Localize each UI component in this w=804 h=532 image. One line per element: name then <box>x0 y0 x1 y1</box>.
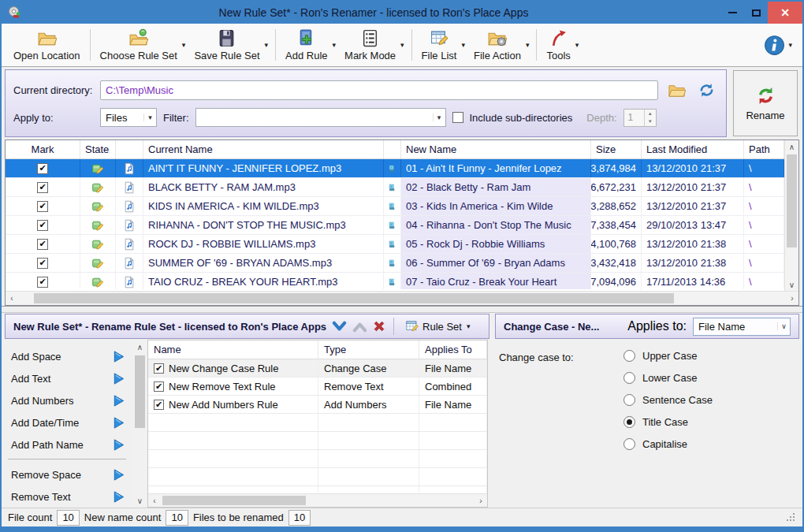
info-button[interactable]: ▾ <box>764 35 796 56</box>
filter-select[interactable]: ▾ <box>195 108 446 127</box>
scroll-down-icon[interactable]: ∨ <box>132 495 147 506</box>
mark-checkbox[interactable]: ✔ <box>37 277 48 288</box>
rule-row[interactable]: ✔New Change Case RuleChange CaseFile Nam… <box>148 359 487 378</box>
radio-button[interactable] <box>623 416 635 428</box>
scroll-left-icon[interactable]: ‹ <box>6 292 18 305</box>
radio-button[interactable] <box>623 394 635 406</box>
mark-checkbox[interactable]: ✔ <box>37 239 48 250</box>
apply-to-select[interactable]: Files ▾ <box>100 108 157 127</box>
toolbar-save-rule-set-button[interactable]: Save Rule Set▾ <box>188 26 271 64</box>
play-icon[interactable] <box>112 372 125 385</box>
column-header-icon[interactable] <box>116 140 143 158</box>
chevron-down-icon[interactable]: ▾ <box>333 41 337 49</box>
radio-option-sentence-case[interactable]: Sentence Case <box>623 394 713 406</box>
refresh-button[interactable] <box>694 80 718 101</box>
mark-checkbox[interactable]: ✔ <box>37 201 48 212</box>
rules-column-header-applies-to[interactable]: Applies To <box>419 340 487 359</box>
file-row[interactable]: ✔ROCK DJ - ROBBIE WILLIAMS.mp305 - Rock … <box>6 235 798 254</box>
chevron-down-icon[interactable] <box>332 321 347 333</box>
sidebar-item-add-space[interactable]: Add Space <box>5 345 132 367</box>
rule-enabled-checkbox[interactable]: ✔ <box>154 381 164 392</box>
scroll-up-icon[interactable]: ∧ <box>785 140 798 153</box>
column-header-path[interactable]: Path <box>744 140 784 158</box>
play-icon[interactable] <box>112 490 125 504</box>
rename-button[interactable]: Rename <box>733 70 798 136</box>
scroll-up-icon[interactable]: ∧ <box>132 341 147 352</box>
chevron-down-icon[interactable]: ▾ <box>575 41 579 49</box>
toolbar-tools-button[interactable]: Tools▾ <box>541 26 582 64</box>
toolbar-mark-mode-button[interactable]: Mark Mode▾ <box>339 26 408 64</box>
radio-option-title-case[interactable]: Title Case <box>623 416 713 428</box>
minimize-button[interactable] <box>720 4 744 21</box>
scroll-left-icon[interactable]: ‹ <box>148 494 161 507</box>
column-header-size[interactable]: Size <box>591 140 642 158</box>
toolbar-file-action-button[interactable]: File Action▾ <box>468 26 533 64</box>
radio-option-lower-case[interactable]: Lower Case <box>623 372 713 384</box>
horizontal-scroll-thumb[interactable] <box>162 496 306 505</box>
column-header-current-name[interactable]: Current Name <box>143 140 384 158</box>
sidebar-item-add-numbers[interactable]: Add Numbers <box>5 389 132 411</box>
column-header-new-name[interactable]: New Name <box>401 140 591 158</box>
mark-checkbox[interactable]: ✔ <box>37 182 48 193</box>
depth-spin-buttons[interactable]: ▲ ▼ <box>644 110 656 126</box>
rule-enabled-checkbox[interactable]: ✔ <box>154 400 164 410</box>
file-row[interactable]: ✔RIHANNA - DON'T STOP THE MUSIC.mp304 - … <box>6 216 798 235</box>
file-row[interactable]: ✔TAIO CRUZ - BREAK YOUR HEART.mp307 - Ta… <box>6 273 798 289</box>
rule-row[interactable]: ✔New Add Numbers RuleAdd NumbersFile Nam… <box>148 396 487 414</box>
chevron-down-icon[interactable]: ▾ <box>526 41 530 49</box>
depth-spinner[interactable]: 1 ▲ ▼ <box>623 109 657 127</box>
sidebar-scroll-thumb[interactable] <box>135 355 145 428</box>
radio-button[interactable] <box>623 372 635 384</box>
scroll-down-icon[interactable]: ∨ <box>785 278 798 291</box>
sidebar-item-add-date-time[interactable]: Add Date/Time <box>5 411 132 433</box>
rule-row[interactable]: ✔New Remove Text RuleRemove TextCombined <box>148 378 487 396</box>
current-directory-input[interactable] <box>100 80 658 100</box>
applies-to-select[interactable]: File Name ∨ <box>693 318 791 336</box>
chevron-down-icon[interactable]: ▾ <box>400 41 404 49</box>
play-icon[interactable] <box>112 416 125 430</box>
splitter[interactable] <box>2 306 802 313</box>
column-header-last-modified[interactable]: Last Modified <box>642 140 744 158</box>
toolbar-choose-rule-set-button[interactable]: Choose Rule Set▾ <box>95 26 189 64</box>
file-row[interactable]: ✔BLACK BETTY - RAM JAM.mp302 - Black Bet… <box>6 178 798 197</box>
file-row[interactable]: ✔AIN'T IT FUNNY - JENNIFER LOPEZ.mp301 -… <box>6 159 798 178</box>
rule-enabled-checkbox[interactable]: ✔ <box>154 363 164 374</box>
file-table-vertical-scrollbar[interactable]: ∧ ∨ <box>784 140 798 291</box>
close-button[interactable]: ✕ <box>768 2 802 24</box>
column-header-mark[interactable]: Mark <box>6 140 80 158</box>
resize-grip-icon[interactable] <box>786 512 796 523</box>
rules-table-horizontal-scrollbar[interactable]: ‹ › <box>148 493 487 507</box>
chevron-down-icon[interactable]: ▾ <box>265 41 269 49</box>
rule-set-button[interactable]: Rule Set ▾ <box>402 318 474 335</box>
file-row[interactable]: ✔SUMMER OF '69 - BRYAN ADAMS.mp306 - Sum… <box>6 254 798 273</box>
mark-checkbox[interactable]: ✔ <box>37 163 48 174</box>
radio-option-upper-case[interactable]: Upper Case <box>623 350 713 362</box>
mark-checkbox[interactable]: ✔ <box>37 220 48 231</box>
radio-button[interactable] <box>623 350 635 362</box>
file-table-horizontal-scrollbar[interactable]: ‹ › <box>6 291 798 305</box>
mark-checkbox[interactable]: ✔ <box>37 258 48 269</box>
delete-rule-icon[interactable] <box>373 320 385 333</box>
rules-column-header-name[interactable]: Name <box>148 340 318 359</box>
include-subdirectories-checkbox[interactable] <box>452 112 463 123</box>
play-icon[interactable] <box>112 394 125 407</box>
sidebar-scrollbar[interactable]: ∧ ∨ <box>132 340 147 508</box>
sidebar-item-add-text[interactable]: Add Text <box>5 367 132 389</box>
toolbar-add-rule-button[interactable]: Add Rule▾ <box>280 26 339 64</box>
browse-folder-button[interactable] <box>664 80 688 101</box>
sidebar-item-add-path-name[interactable]: Add Path Name <box>5 433 132 456</box>
sidebar-item-remove-text[interactable]: Remove Text <box>5 485 132 508</box>
chevron-down-icon[interactable]: ▾ <box>788 41 792 49</box>
rules-column-header-type[interactable]: Type <box>318 340 419 359</box>
chevron-down-icon[interactable]: ▾ <box>182 41 186 49</box>
chevron-up-icon[interactable] <box>352 321 367 333</box>
column-header-icon[interactable] <box>384 140 401 158</box>
horizontal-scroll-thumb[interactable] <box>34 293 674 303</box>
play-icon[interactable] <box>112 438 125 452</box>
file-row[interactable]: ✔KIDS IN AMERICA - KIM WILDE.mp303 - Kid… <box>6 197 798 216</box>
vertical-scroll-thumb[interactable] <box>787 154 797 247</box>
column-header-state[interactable]: State <box>80 140 116 158</box>
maximize-button[interactable] <box>744 4 768 21</box>
scroll-right-icon[interactable]: › <box>475 494 487 507</box>
radio-option-capitalise[interactable]: Capitalise <box>623 438 713 450</box>
